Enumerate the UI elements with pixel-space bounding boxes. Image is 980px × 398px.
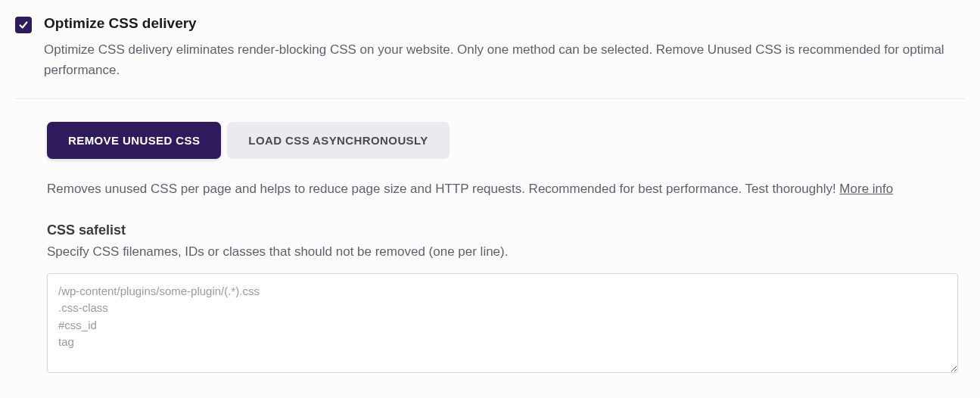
divider xyxy=(15,98,965,99)
tab-remove-unused-css[interactable]: REMOVE UNUSED CSS xyxy=(47,122,221,159)
more-info-link[interactable]: More info xyxy=(839,182,893,196)
optimize-css-checkbox[interactable] xyxy=(15,17,32,33)
safelist-textarea[interactable] xyxy=(47,273,958,373)
option-title: Optimize CSS delivery xyxy=(44,15,965,32)
tab-description: Removes unused CSS per page and helps to… xyxy=(47,179,965,199)
option-description: Optimize CSS delivery eliminates render-… xyxy=(44,39,952,80)
tab-description-text: Removes unused CSS per page and helps to… xyxy=(47,182,839,196)
tab-load-css-async[interactable]: LOAD CSS ASYNCHRONOUSLY xyxy=(227,122,449,159)
safelist-title: CSS safelist xyxy=(47,222,965,238)
safelist-description: Specify CSS filenames, IDs or classes th… xyxy=(47,244,965,260)
check-icon xyxy=(18,20,29,30)
tabs-container: REMOVE UNUSED CSS LOAD CSS ASYNCHRONOUSL… xyxy=(47,122,965,159)
